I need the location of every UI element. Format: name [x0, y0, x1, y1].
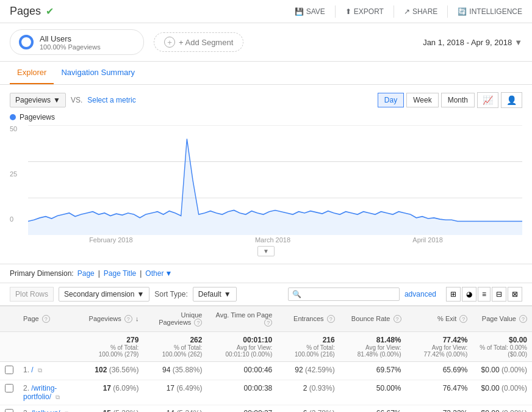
segment-info: All Users 100.00% Pageviews [40, 34, 101, 51]
row-num-1: 2. [23, 384, 29, 392]
divider [394, 5, 394, 18]
svg-point-2 [23, 39, 29, 45]
tab-navigation-summary[interactable]: Navigation Summary [54, 62, 142, 84]
primary-dim-label: Primary Dimension: [10, 269, 74, 278]
share-button[interactable]: ↗ SHARE [404, 7, 437, 16]
active-segment[interactable]: All Users 100.00% Pageviews [10, 29, 144, 55]
y-label-0: 0 [10, 215, 17, 223]
row-entrances-2: 6 (2.78%) [277, 405, 339, 413]
detail-view-button[interactable]: ⊟ [492, 287, 506, 302]
tab-explorer[interactable]: Explorer [10, 62, 54, 84]
metric-dropdown[interactable]: Pageviews ▼ [10, 93, 66, 107]
line-chart-button[interactable]: 📈 [477, 92, 498, 108]
advanced-link[interactable]: advanced [404, 290, 436, 298]
chart-legend: Pageviews [10, 113, 522, 121]
row-bounce-rate-0: 69.57% [340, 362, 406, 380]
intelligence-button[interactable]: 🔄 INTELLIGENCE [458, 7, 522, 16]
time-btn-day[interactable]: Day [378, 93, 404, 107]
chart-area: Pageviews ▼ VS. Select a metric Day Week… [0, 85, 532, 264]
pivot-view-button[interactable]: ⊠ [508, 287, 522, 302]
total-bounce-rate: 81.48% Avg for View: 81.48% (0.00%) [340, 332, 406, 362]
metric-dropdown-caret-icon: ▼ [53, 96, 60, 104]
date-range-caret-icon: ▼ [514, 38, 522, 47]
table-header-row: Page ? Pageviews ? ↓ Unique Pageviews ? … [0, 306, 532, 332]
page-help-icon[interactable]: ? [42, 315, 50, 323]
date-range-picker[interactable]: Jan 1, 2018 - Apr 9, 2018 ▼ [423, 38, 522, 47]
row-pageviews-2: 15 (5.38%) [80, 405, 143, 413]
row-pct-exit-2: 73.33% [406, 405, 473, 413]
select-metric-link[interactable]: Select a metric [87, 96, 135, 104]
row-bounce-rate-1: 50.00% [340, 380, 406, 405]
totals-row: 279 % of Total: 100.00% (279) 262 % of T… [0, 332, 532, 362]
divider [335, 5, 336, 18]
page-value-help-icon[interactable]: ? [519, 315, 527, 323]
unique-pv-help-icon[interactable]: ? [194, 319, 202, 327]
row-checkbox-2[interactable] [5, 409, 13, 412]
copy-icon-0[interactable]: ⧉ [38, 367, 42, 374]
pct-exit-help-icon[interactable]: ? [459, 315, 467, 323]
chart-scroll-button[interactable]: ▼ [257, 246, 275, 256]
search-box[interactable]: 🔍 [288, 287, 400, 301]
y-label-50: 50 [10, 125, 17, 132]
row-checkbox-1[interactable] [5, 384, 13, 392]
sort-type-dropdown[interactable]: Default ▼ [193, 287, 237, 302]
add-segment-button[interactable]: + + Add Segment [154, 32, 243, 52]
primary-dimension-bar: Primary Dimension: Page | Page Title | O… [0, 264, 532, 283]
grid-view-button[interactable]: ⊞ [446, 287, 461, 302]
avg-time-help-icon[interactable]: ? [264, 319, 272, 327]
bounce-rate-help-icon[interactable]: ? [394, 315, 401, 323]
intelligence-icon: 🔄 [458, 7, 467, 16]
row-page-value-1: $0.00 (0.00%) [472, 380, 532, 405]
pageviews-sort-icon[interactable]: ↓ [135, 315, 139, 322]
legend-dot [10, 114, 16, 120]
y-label-25: 25 [10, 170, 17, 178]
save-button[interactable]: 💾 SAVE [295, 7, 325, 16]
time-btn-month[interactable]: Month [441, 93, 475, 107]
pie-view-button[interactable]: ◕ [462, 287, 476, 302]
row-pageviews-1: 17 (6.09%) [80, 380, 143, 405]
row-entrances-1: 2 (0.93%) [277, 380, 339, 405]
secondary-dim-caret-icon: ▼ [137, 290, 144, 298]
save-icon: 💾 [295, 7, 304, 16]
y-axis-labels: 50 25 0 [10, 125, 17, 235]
divider [447, 5, 448, 18]
other-dropdown-icon: ▼ [165, 269, 172, 278]
export-button[interactable]: ⬆ EXPORT [345, 7, 384, 16]
segment-sub: 100.00% Pageviews [40, 43, 101, 51]
page-link-0[interactable]: / [31, 366, 33, 374]
dim-page-title-link[interactable]: Page Title [104, 269, 136, 278]
x-label-apr: April 2018 [412, 236, 443, 244]
pageviews-help-icon[interactable]: ? [124, 315, 132, 323]
page-link-2[interactable]: /kelly-vo/ [31, 409, 60, 412]
list-view-button[interactable]: ≡ [478, 287, 491, 302]
entrances-help-icon[interactable]: ? [327, 315, 335, 323]
export-icon: ⬆ [345, 7, 351, 16]
select-all-header [0, 306, 18, 332]
row-entrances-0: 92 (42.59%) [277, 362, 339, 380]
table-row: 1. / ⧉ 102 (36.56%) 94 (35.88%) 00:00:46… [0, 362, 532, 380]
row-avg-time-1: 00:00:38 [207, 380, 277, 405]
view-buttons: ⊞ ◕ ≡ ⊟ ⊠ [446, 287, 522, 302]
bar-chart-button[interactable]: 👤 [501, 92, 522, 108]
row-bounce-rate-2: 66.67% [340, 405, 406, 413]
dim-other-link[interactable]: Other ▼ [145, 269, 172, 278]
dim-page-link[interactable]: Page [77, 269, 95, 278]
bounce-rate-header: Bounce Rate ? [340, 306, 406, 332]
copy-icon-1[interactable]: ⧉ [56, 394, 60, 400]
chart-svg [28, 125, 522, 235]
unique-pageviews-header: Unique Pageviews ? [143, 306, 207, 332]
total-unique-pv: 262 % of Total: 100.00% (262) [143, 332, 207, 362]
entrances-header: Entrances ? [277, 306, 339, 332]
page-value-header: Page Value ? [472, 306, 532, 332]
secondary-dimension-dropdown[interactable]: Secondary dimension ▼ [59, 287, 149, 302]
table-row: 3. /kelly-vo/ ⧉ 15 (5.38%) 14 (5.34%) 00… [0, 405, 532, 413]
add-segment-circle: + [164, 37, 175, 48]
search-input[interactable] [304, 290, 395, 298]
total-entrances: 216 % of Total: 100.00% (216) [277, 332, 339, 362]
page-header: Page ? [18, 306, 80, 332]
search-icon: 🔍 [292, 290, 301, 298]
row-checkbox-0[interactable] [5, 366, 13, 374]
verified-icon: ✔ [46, 5, 54, 17]
time-btn-week[interactable]: Week [406, 93, 438, 107]
row-avg-time-2: 00:00:37 [207, 405, 277, 413]
